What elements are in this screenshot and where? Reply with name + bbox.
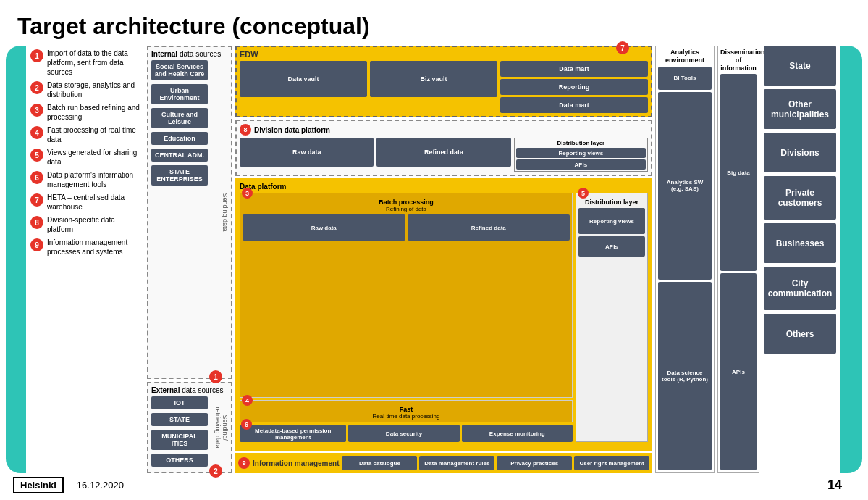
badge-5: 5 xyxy=(578,188,589,199)
internal-source-item: CENTRAL ADM. xyxy=(151,149,208,162)
batch-raw: Raw data xyxy=(243,214,405,241)
fast-sub: Real-time data processing xyxy=(243,413,570,420)
badge-7: 7 xyxy=(616,41,629,54)
legend-item: 5Views generated for sharing data xyxy=(30,148,143,167)
legend-text: Batch run based refining and processing xyxy=(47,103,143,122)
info-management-item: Data catalogue xyxy=(342,456,417,470)
legend-circle: 2 xyxy=(30,81,43,94)
legend-circle: 6 xyxy=(30,171,43,184)
legend-item: 2Data storage, analytics and distributio… xyxy=(30,80,143,99)
dp-apis: APIs xyxy=(578,236,645,257)
badge-1: 1 xyxy=(209,370,222,383)
edw-vaults: Data vault Biz vault Data mart Reporting… xyxy=(240,61,648,113)
badge-2: 2 xyxy=(209,464,222,478)
bi-tools-box: BI Tools xyxy=(658,67,712,90)
dissemination-apis-box: APIs xyxy=(720,273,757,470)
badge-4: 4 xyxy=(242,395,253,406)
ext-source-item: MUNICIPAL ITIES xyxy=(151,430,208,450)
meta-box: Metadata-based permission management xyxy=(240,425,346,442)
dissemination-box: Dissemination of information Big data AP… xyxy=(717,46,759,473)
internal-source-item: Urban Environment xyxy=(151,84,208,104)
badge-3: 3 xyxy=(242,188,253,199)
internal-source-item: STATE ENTERPRISES xyxy=(151,165,208,186)
legend-item: 9Information management processes and sy… xyxy=(30,238,143,257)
ext-source-item: OTHERS xyxy=(151,454,208,467)
legend-item: 6Data platform's information management … xyxy=(30,170,143,189)
right-panel-item: Businesses xyxy=(764,223,836,263)
page-number: 14 xyxy=(827,478,842,493)
right-panel-item: State xyxy=(764,46,836,86)
div-dist-layer: Distribution layer Reporting views APIs xyxy=(514,138,648,172)
badge-6: 6 xyxy=(241,419,252,430)
right-panel-item: Others xyxy=(764,314,836,354)
batch-sub: Refining of data xyxy=(243,206,570,212)
div-reporting-views: Reporting views xyxy=(516,148,646,158)
badge-9: 9 xyxy=(238,457,250,469)
div-raw-box: Raw data xyxy=(240,138,374,167)
legend-circle: 5 xyxy=(30,149,43,162)
ext-source-item: STATE xyxy=(151,413,208,426)
info-management-item: User right management xyxy=(574,456,649,470)
page-title: Target architecture (conceptual) xyxy=(0,0,868,46)
right-panel-item: City communication xyxy=(764,267,836,310)
batch-data: Raw data Refined data xyxy=(243,214,570,241)
edw-right: Data mart Reporting Data mart xyxy=(500,61,648,113)
dp-reporting-views: Reporting views xyxy=(578,208,645,234)
analytics-sw-box: Analytics SW (e.g. SAS) xyxy=(658,92,712,280)
internal-source-items: Social Services and Health CareUrban Env… xyxy=(151,60,208,188)
dist-layer-box: 5 Distribution layer Reporting views API… xyxy=(576,193,648,442)
left-col-wrapper: Internal data sources Social Services an… xyxy=(147,46,232,473)
edw-box: EDW 7 Data vault Biz vault Data mart Rep… xyxy=(235,46,652,117)
div-apis: APIs xyxy=(516,159,646,170)
legend-item: 1Import of data to the data platform, se… xyxy=(30,49,143,77)
fast-box: 4 Fast Real-time data processing xyxy=(240,400,573,422)
data-vault-box: Data vault xyxy=(240,61,367,97)
legend-text: Information management processes and sys… xyxy=(47,238,143,257)
internal-sources-label: Internal data sources xyxy=(151,50,228,58)
right-panel-item: Other municipalities xyxy=(764,89,836,129)
legend-item: 8Division-specific data platform xyxy=(30,215,143,234)
data-mart2-box: Data mart xyxy=(500,97,648,113)
dissemination-label: Dissemination of information xyxy=(720,49,757,72)
meta-wrapper: 6 Metadata-based permission management xyxy=(240,425,346,442)
info-management-item: Privacy practices xyxy=(497,456,572,470)
info-management-items: Data catalogueData management rulesPriva… xyxy=(342,456,649,470)
legend-circle: 7 xyxy=(30,193,43,207)
legend-item: 3Batch run based refining and processing xyxy=(30,103,143,122)
data-mart1-box: Data mart xyxy=(500,61,648,77)
div-platform-header: 8 Division data platform xyxy=(240,124,648,136)
div-refined-box: Refined data xyxy=(376,138,510,167)
edw-area: EDW 7 Data vault Biz vault Data mart Rep… xyxy=(235,46,652,473)
edw-label: EDW xyxy=(240,50,648,59)
data-platform-inner: 3 Batch processing Refining of data Raw … xyxy=(240,193,648,442)
big-data-box: Big data xyxy=(720,74,757,271)
internal-source-item: Culture and Leisure xyxy=(151,108,208,128)
legend-item: 7HETA – centralised data warehouse xyxy=(30,193,143,212)
analytics-box: Analytics environment BI Tools Analytics… xyxy=(655,46,715,473)
ext-sources-label: External data sources xyxy=(151,386,228,394)
div-platform-label: Division data platform xyxy=(254,126,330,134)
external-sources-box: External data sources IOTSTATEMUNICIPAL … xyxy=(147,382,232,473)
wave-decoration-left xyxy=(6,46,26,473)
legend-circle: 9 xyxy=(30,238,43,251)
dist-layer-label: Distribution layer xyxy=(578,196,645,206)
badge-8: 8 xyxy=(240,124,251,136)
reporting-box: Reporting xyxy=(500,79,648,95)
sending-data-label: Sending data xyxy=(222,193,229,231)
biz-vault-box: Biz vault xyxy=(370,61,497,97)
batch-label: Batch processing xyxy=(243,196,570,206)
division-platform-box: 8 Division data platform Raw data Refine… xyxy=(235,120,652,176)
legend-circle: 4 xyxy=(30,126,43,139)
legend-text: Data platform's information management t… xyxy=(47,170,143,189)
footer: Helsinki 16.12.2020 14 xyxy=(0,470,868,500)
div-dist-label: Distribution layer xyxy=(516,140,646,146)
legend-circle: 1 xyxy=(30,49,43,62)
legend-text: Views generated for sharing data xyxy=(47,148,143,167)
meta-row: 6 Metadata-based permission management D… xyxy=(240,425,573,442)
right-panel-item: Private customers xyxy=(764,176,836,220)
ext-sending-label: Sending/ retrieving data xyxy=(214,406,229,450)
ext-source-item: IOT xyxy=(151,396,208,409)
wave-decoration-right xyxy=(840,46,862,473)
data-science-box: Data science tools (R, Python) xyxy=(658,282,712,470)
legend-item: 4Fast processing of real time data xyxy=(30,125,143,144)
